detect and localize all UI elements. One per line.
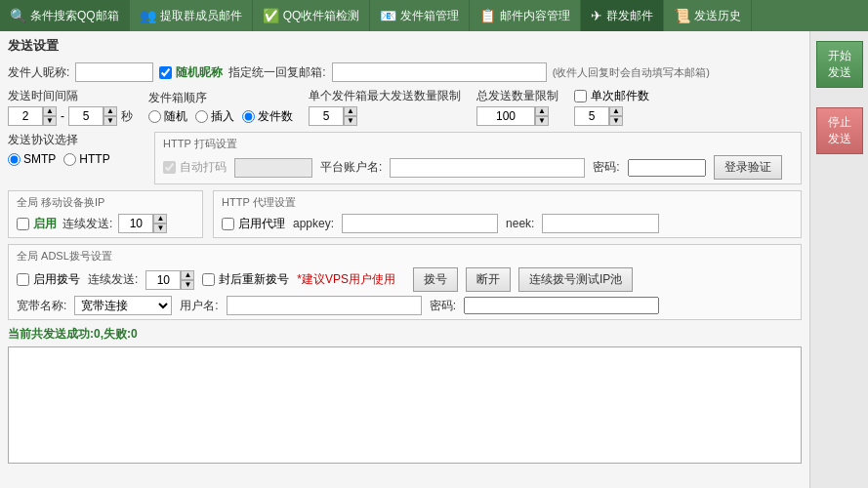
time-to-up[interactable]: ▲ [103,106,117,116]
ip-controls: 启用 连续发送: ▲ ▼ [17,214,194,233]
order-count-label[interactable]: 发件数 [242,108,293,125]
auto-code-checkbox[interactable] [163,161,176,174]
time-from-input[interactable] [8,106,43,126]
adsl-username-input[interactable] [227,296,422,315]
stop-send-btn[interactable]: 停止发送 [816,107,863,154]
time-from-down[interactable]: ▼ [43,116,57,126]
auto-code-text: 自动打码 [180,159,227,176]
adsl-enable-checkbox[interactable] [17,273,29,286]
password-input[interactable] [628,159,706,177]
total-send-input[interactable] [476,106,535,126]
time-to-btns: ▲ ▼ [103,106,117,126]
order-insert-radio[interactable] [195,110,208,123]
send-settings-title: 发送设置 [8,37,802,57]
max-send-down[interactable]: ▼ [344,116,357,126]
test-ip-btn[interactable]: 连续拨号测试IP池 [518,267,633,292]
ip-continue-input[interactable] [118,214,153,233]
tab-group[interactable]: ✈ 群发邮件 [581,0,664,31]
adsl-continue-input[interactable] [145,270,181,290]
login-btn[interactable]: 登录验证 [714,155,782,180]
adsl-continue-down[interactable]: ▼ [181,280,194,290]
tab-history[interactable]: 📜 发送历史 [664,0,752,31]
tab-fetch[interactable]: 👥 提取群成员邮件 [130,0,253,31]
adsl-enable-text: 启用拨号 [33,271,80,288]
sender-input[interactable] [75,62,153,82]
neek-input[interactable] [542,214,659,233]
tab-check-label: QQ收件箱检测 [283,8,360,24]
ip-continue-up[interactable]: ▲ [153,214,167,224]
top-navigation: 🔍 条件搜索QQ邮箱 👥 提取群成员邮件 ✅ QQ收件箱检测 📧 发件箱管理 📋… [0,0,868,31]
tab-outbox[interactable]: 📧 发件箱管理 [370,0,470,31]
platform-name-input[interactable] [234,158,312,178]
platform-value-input[interactable] [390,158,585,178]
order-count-radio[interactable] [242,110,255,123]
max-send-up[interactable]: ▲ [344,106,357,116]
order-random-radio[interactable] [148,110,161,123]
adsl-password-input[interactable] [464,297,659,314]
time-unit: 秒 [121,108,133,125]
total-send-down[interactable]: ▼ [535,116,549,126]
time-to-input[interactable] [68,106,103,126]
single-mail-check-label[interactable]: 单次邮件数 [574,88,649,104]
ip-continue-spinner: ▲ ▼ [118,214,167,233]
mail-count-spinner: ▲ ▼ [574,106,649,126]
mail-count-up[interactable]: ▲ [609,106,623,116]
total-send-up[interactable]: ▲ [535,106,549,116]
random-check-label[interactable]: 随机昵称 [159,64,223,81]
order-insert-text: 插入 [211,108,234,125]
log-textarea[interactable] [8,346,802,464]
total-send-label: 总发送数量限制 [476,88,558,104]
time-from-up[interactable]: ▲ [43,106,57,116]
order-random-label[interactable]: 随机 [148,108,187,125]
dial-btn[interactable]: 拨号 [413,267,458,292]
group-icon: ✈ [591,8,602,23]
auto-code-label[interactable]: 自动打码 [163,159,227,176]
ip-continue-btns: ▲ ▼ [153,214,167,233]
order-label: 发件箱顺序 [148,90,293,106]
adsl-row1: 启用拨号 连续发送: ▲ ▼ 封后重新拨号 *建议VPS用户使用 拨号 断开 [17,267,793,292]
http-radio-label[interactable]: HTTP [63,152,109,166]
ip-section: 全局 移动设备换IP 启用 连续发送: ▲ ▼ [8,190,203,238]
history-icon: 📜 [674,8,690,23]
neek-label: neek: [506,217,534,230]
tab-check[interactable]: ✅ QQ收件箱检测 [253,0,371,31]
adsl-enable-label[interactable]: 启用拨号 [17,271,80,288]
adsl-redial-label[interactable]: 封后重新拨号 [202,271,289,288]
tab-search[interactable]: 🔍 条件搜索QQ邮箱 [0,0,130,31]
proxy-section: HTTP 代理设置 启用代理 appkey: neek: [213,190,802,238]
adsl-username-label: 用户名: [180,298,218,314]
smtp-radio-label[interactable]: SMTP [8,152,56,166]
http-code-section: HTTP 打码设置 自动打码 平台账户名: 密码: 登录验证 [154,132,802,184]
adsl-continue-up[interactable]: ▲ [181,270,194,280]
single-mail-checkbox[interactable] [574,90,587,102]
tab-content[interactable]: 📋 邮件内容管理 [470,0,581,31]
order-random-text: 随机 [164,108,187,125]
mail-count-input[interactable] [574,106,609,126]
appkey-input[interactable] [342,214,498,233]
random-checkbox[interactable] [159,66,172,79]
max-send-input[interactable] [309,106,344,126]
http-label: HTTP [79,152,109,166]
http-radio[interactable] [63,153,76,166]
time-to-down[interactable]: ▼ [103,116,117,126]
http-code-title: HTTP 打码设置 [163,137,793,151]
proxy-enable-checkbox[interactable] [222,218,234,230]
password-label: 密码: [593,159,619,176]
order-insert-label[interactable]: 插入 [195,108,234,125]
mail-count-down[interactable]: ▼ [609,116,623,126]
adsl-redial-checkbox[interactable] [202,273,215,286]
isp-select[interactable]: 宽带连接 [74,296,172,315]
tab-group-label: 群发邮件 [606,8,653,24]
reply-input[interactable] [332,62,547,82]
smtp-radio[interactable] [8,153,21,166]
ip-continue-down[interactable]: ▼ [153,224,167,233]
fetch-icon: 👥 [140,8,156,23]
start-send-btn[interactable]: 开始发送 [816,41,863,88]
proxy-enable-label[interactable]: 启用代理 [222,216,285,232]
ip-enable-checkbox[interactable] [17,218,29,230]
disconnect-btn[interactable]: 断开 [466,267,511,292]
time-interval-label: 发送时间间隔 [8,88,133,104]
ip-enable-label[interactable]: 启用 [17,216,57,232]
protocol-title: 发送协议选择 [8,132,145,148]
vps-recommend: *建议VPS用户使用 [297,271,395,288]
